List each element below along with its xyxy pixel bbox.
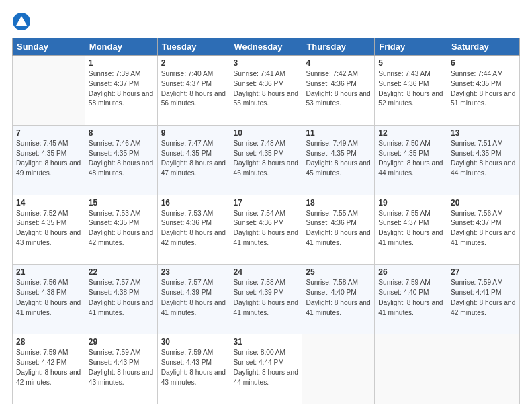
sunrise: Sunrise: 7:59 AM [451, 279, 503, 286]
calendar-cell: 24 Sunrise: 7:58 AM Sunset: 4:39 PM Dayl… [230, 265, 302, 334]
day-info: Sunrise: 7:56 AM Sunset: 4:37 PM Dayligh… [451, 209, 516, 248]
sunset: Sunset: 4:43 PM [161, 359, 212, 366]
day-number: 25 [306, 267, 371, 277]
day-number: 3 [234, 58, 299, 68]
sunset: Sunset: 4:37 PM [161, 80, 212, 87]
daylight: Daylight: 8 hours and 58 minutes. [89, 90, 153, 107]
day-info: Sunrise: 7:59 AM Sunset: 4:43 PM Dayligh… [161, 348, 226, 387]
day-number: 12 [378, 128, 443, 138]
daylight: Daylight: 8 hours and 47 minutes. [161, 159, 226, 177]
daylight: Daylight: 8 hours and 43 minutes. [16, 229, 81, 246]
day-info: Sunrise: 8:00 AM Sunset: 4:44 PM Dayligh… [234, 348, 299, 387]
sunset: Sunset: 4:35 PM [16, 219, 66, 226]
sunrise: Sunrise: 7:47 AM [161, 140, 214, 147]
calendar-cell: 8 Sunrise: 7:46 AM Sunset: 4:35 PM Dayli… [85, 125, 157, 195]
daylight: Daylight: 8 hours and 41 minutes. [161, 299, 226, 316]
day-number: 2 [161, 58, 226, 68]
day-info: Sunrise: 7:46 AM Sunset: 4:35 PM Dayligh… [89, 139, 154, 179]
sunrise: Sunrise: 7:53 AM [89, 210, 141, 217]
day-info: Sunrise: 7:41 AM Sunset: 4:36 PM Dayligh… [234, 69, 299, 109]
sunset: Sunset: 4:36 PM [378, 80, 429, 87]
sunrise: Sunrise: 7:58 AM [306, 279, 358, 286]
calendar-cell: 18 Sunrise: 7:55 AM Sunset: 4:36 PM Dayl… [302, 195, 375, 265]
sunrise: Sunrise: 7:56 AM [451, 210, 503, 217]
sunrise: Sunrise: 7:39 AM [89, 70, 141, 77]
day-number: 9 [161, 128, 226, 138]
daylight: Daylight: 8 hours and 52 minutes. [378, 90, 443, 107]
sunrise: Sunrise: 7:55 AM [378, 210, 431, 217]
daylight: Daylight: 8 hours and 44 minutes. [378, 159, 443, 177]
sunset: Sunset: 4:39 PM [161, 289, 212, 296]
day-info: Sunrise: 7:55 AM Sunset: 4:37 PM Dayligh… [378, 209, 443, 248]
sunrise: Sunrise: 7:48 AM [234, 140, 286, 147]
daylight: Daylight: 8 hours and 46 minutes. [234, 159, 298, 177]
calendar-week-4: 28 Sunrise: 7:59 AM Sunset: 4:42 PM Dayl… [13, 334, 520, 404]
daylight: Daylight: 8 hours and 42 minutes. [16, 369, 81, 386]
calendar-cell: 9 Sunrise: 7:47 AM Sunset: 4:35 PM Dayli… [157, 125, 230, 195]
day-number: 20 [451, 198, 516, 208]
sunset: Sunset: 4:41 PM [451, 289, 501, 296]
sunrise: Sunrise: 7:58 AM [234, 279, 286, 286]
daylight: Daylight: 8 hours and 41 minutes. [306, 229, 370, 246]
calendar-cell: 13 Sunrise: 7:51 AM Sunset: 4:35 PM Dayl… [447, 125, 520, 195]
calendar-cell: 27 Sunrise: 7:59 AM Sunset: 4:41 PM Dayl… [447, 265, 520, 334]
day-number: 24 [234, 267, 299, 277]
calendar-cell: 29 Sunrise: 7:59 AM Sunset: 4:43 PM Dayl… [85, 334, 157, 404]
calendar-cell: 12 Sunrise: 7:50 AM Sunset: 4:35 PM Dayl… [375, 125, 447, 195]
day-number: 7 [16, 128, 81, 138]
day-info: Sunrise: 7:56 AM Sunset: 4:38 PM Dayligh… [16, 278, 81, 318]
daylight: Daylight: 8 hours and 42 minutes. [161, 229, 226, 246]
day-number: 21 [16, 267, 81, 277]
day-info: Sunrise: 7:45 AM Sunset: 4:35 PM Dayligh… [16, 139, 81, 179]
sunset: Sunset: 4:36 PM [306, 80, 356, 87]
day-info: Sunrise: 7:42 AM Sunset: 4:36 PM Dayligh… [306, 69, 371, 109]
page: SundayMondayTuesdayWednesdayThursdayFrid… [0, 0, 532, 411]
weekday-header-friday: Friday [375, 38, 447, 56]
sunrise: Sunrise: 7:51 AM [451, 140, 503, 147]
day-info: Sunrise: 7:50 AM Sunset: 4:35 PM Dayligh… [378, 139, 443, 179]
day-number: 26 [378, 267, 443, 277]
day-info: Sunrise: 7:57 AM Sunset: 4:38 PM Dayligh… [89, 278, 154, 318]
calendar-table: SundayMondayTuesdayWednesdayThursdayFrid… [12, 38, 520, 404]
sunrise: Sunrise: 7:44 AM [451, 70, 503, 77]
sunrise: Sunrise: 7:43 AM [378, 70, 431, 77]
calendar-week-0: 1 Sunrise: 7:39 AM Sunset: 4:37 PM Dayli… [13, 56, 520, 126]
daylight: Daylight: 8 hours and 44 minutes. [234, 369, 298, 386]
calendar-cell: 15 Sunrise: 7:53 AM Sunset: 4:35 PM Dayl… [85, 195, 157, 265]
sunset: Sunset: 4:42 PM [16, 359, 66, 366]
calendar-cell [375, 334, 447, 404]
sunrise: Sunrise: 7:41 AM [234, 70, 286, 77]
daylight: Daylight: 8 hours and 41 minutes. [16, 299, 81, 316]
daylight: Daylight: 8 hours and 41 minutes. [306, 299, 370, 316]
sunrise: Sunrise: 7:40 AM [161, 70, 214, 77]
day-info: Sunrise: 7:58 AM Sunset: 4:40 PM Dayligh… [306, 278, 371, 318]
sunrise: Sunrise: 7:45 AM [16, 140, 69, 147]
sunset: Sunset: 4:35 PM [89, 219, 139, 226]
calendar-cell: 22 Sunrise: 7:57 AM Sunset: 4:38 PM Dayl… [85, 265, 157, 334]
daylight: Daylight: 8 hours and 41 minutes. [234, 229, 298, 246]
sunset: Sunset: 4:35 PM [451, 80, 501, 87]
weekday-header-wednesday: Wednesday [230, 38, 302, 56]
day-info: Sunrise: 7:55 AM Sunset: 4:36 PM Dayligh… [306, 209, 371, 248]
day-info: Sunrise: 7:47 AM Sunset: 4:35 PM Dayligh… [161, 139, 226, 179]
daylight: Daylight: 8 hours and 41 minutes. [451, 229, 515, 246]
day-info: Sunrise: 7:51 AM Sunset: 4:35 PM Dayligh… [451, 139, 516, 179]
day-number: 15 [89, 198, 154, 208]
weekday-header-thursday: Thursday [302, 38, 375, 56]
day-number: 11 [306, 128, 371, 138]
calendar-cell: 5 Sunrise: 7:43 AM Sunset: 4:36 PM Dayli… [375, 56, 447, 126]
logo-icon [12, 12, 31, 31]
calendar-cell: 21 Sunrise: 7:56 AM Sunset: 4:38 PM Dayl… [13, 265, 85, 334]
sunset: Sunset: 4:35 PM [161, 150, 212, 157]
calendar-week-1: 7 Sunrise: 7:45 AM Sunset: 4:35 PM Dayli… [13, 125, 520, 195]
day-number: 5 [378, 58, 443, 68]
sunset: Sunset: 4:38 PM [16, 289, 66, 296]
sunset: Sunset: 4:38 PM [89, 289, 139, 296]
day-info: Sunrise: 7:58 AM Sunset: 4:39 PM Dayligh… [234, 278, 299, 318]
day-number: 8 [89, 128, 154, 138]
day-number: 17 [234, 198, 299, 208]
daylight: Daylight: 8 hours and 48 minutes. [89, 159, 153, 177]
day-number: 1 [89, 58, 154, 68]
weekday-header-monday: Monday [85, 38, 157, 56]
sunset: Sunset: 4:36 PM [234, 80, 284, 87]
